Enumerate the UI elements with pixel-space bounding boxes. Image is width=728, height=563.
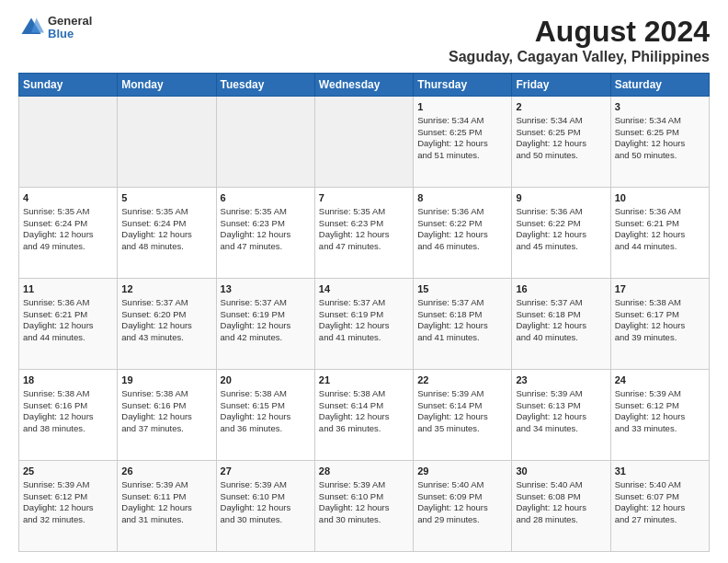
- cell-info: Daylight: 12 hours: [516, 411, 606, 423]
- day-number: 6: [221, 191, 311, 205]
- cell-info: Sunrise: 5:38 AM: [221, 388, 311, 400]
- calendar-cell: 20Sunrise: 5:38 AMSunset: 6:15 PMDayligh…: [216, 370, 314, 461]
- calendar-cell: 8Sunrise: 5:36 AMSunset: 6:22 PMDaylight…: [414, 188, 512, 279]
- cell-info: and 44 minutes.: [23, 332, 113, 344]
- cell-info: Daylight: 12 hours: [417, 138, 507, 150]
- day-number: 21: [319, 373, 409, 387]
- cell-info: Daylight: 12 hours: [121, 502, 211, 514]
- day-number: 9: [516, 191, 606, 205]
- calendar-cell: 31Sunrise: 5:40 AMSunset: 6:07 PMDayligh…: [610, 461, 709, 552]
- page-title: August 2024: [449, 15, 710, 49]
- calendar-cell: 25Sunrise: 5:39 AMSunset: 6:12 PMDayligh…: [19, 461, 118, 552]
- cell-info: Sunset: 6:10 PM: [221, 491, 311, 503]
- calendar-cell: 3Sunrise: 5:34 AMSunset: 6:25 PMDaylight…: [610, 97, 709, 188]
- cell-info: Sunset: 6:12 PM: [615, 400, 705, 412]
- cell-info: Sunrise: 5:35 AM: [319, 206, 409, 218]
- cell-info: Sunset: 6:13 PM: [516, 400, 606, 412]
- header: General Blue August 2024 Saguday, Cagaya…: [18, 15, 710, 65]
- cell-info: Sunrise: 5:40 AM: [516, 479, 606, 491]
- logo: General Blue: [18, 15, 92, 41]
- cell-info: and 37 minutes.: [121, 423, 211, 435]
- cell-info: Sunset: 6:21 PM: [615, 218, 705, 230]
- day-number: 15: [417, 282, 507, 296]
- cell-info: Sunset: 6:25 PM: [417, 127, 507, 139]
- cell-info: Daylight: 12 hours: [23, 502, 113, 514]
- cell-info: and 30 minutes.: [221, 514, 311, 526]
- calendar-day-header: Wednesday: [314, 74, 413, 97]
- calendar-cell: 11Sunrise: 5:36 AMSunset: 6:21 PMDayligh…: [19, 279, 118, 370]
- cell-info: Sunrise: 5:39 AM: [417, 388, 507, 400]
- cell-info: Daylight: 12 hours: [516, 502, 606, 514]
- cell-info: and 47 minutes.: [319, 241, 409, 253]
- day-number: 13: [221, 282, 311, 296]
- cell-info: Sunset: 6:18 PM: [516, 309, 606, 321]
- cell-info: Sunset: 6:16 PM: [23, 400, 113, 412]
- cell-info: Sunrise: 5:36 AM: [417, 206, 507, 218]
- calendar-cell: 4Sunrise: 5:35 AMSunset: 6:24 PMDaylight…: [19, 188, 118, 279]
- page-subtitle: Saguday, Cagayan Valley, Philippines: [449, 49, 710, 65]
- logo-text: General Blue: [48, 15, 92, 41]
- cell-info: and 31 minutes.: [121, 514, 211, 526]
- cell-info: Daylight: 12 hours: [121, 320, 211, 332]
- cell-info: and 28 minutes.: [516, 514, 606, 526]
- cell-info: Sunrise: 5:35 AM: [23, 206, 113, 218]
- cell-info: Sunrise: 5:39 AM: [23, 479, 113, 491]
- cell-info: Sunrise: 5:40 AM: [615, 479, 705, 491]
- title-block: August 2024 Saguday, Cagayan Valley, Phi…: [449, 15, 710, 65]
- cell-info: Sunset: 6:24 PM: [121, 218, 211, 230]
- cell-info: Daylight: 12 hours: [221, 411, 311, 423]
- cell-info: Daylight: 12 hours: [319, 229, 409, 241]
- cell-info: Daylight: 12 hours: [121, 229, 211, 241]
- cell-info: Sunset: 6:11 PM: [121, 491, 211, 503]
- calendar-cell: [118, 97, 216, 188]
- cell-info: Sunrise: 5:39 AM: [516, 388, 606, 400]
- cell-info: Sunrise: 5:37 AM: [221, 297, 311, 309]
- cell-info: Sunrise: 5:38 AM: [319, 388, 409, 400]
- cell-info: Daylight: 12 hours: [417, 411, 507, 423]
- cell-info: Sunset: 6:14 PM: [417, 400, 507, 412]
- cell-info: and 44 minutes.: [615, 241, 705, 253]
- cell-info: Sunrise: 5:37 AM: [516, 297, 606, 309]
- cell-info: Sunset: 6:12 PM: [23, 491, 113, 503]
- cell-info: and 49 minutes.: [23, 241, 113, 253]
- calendar-cell: 16Sunrise: 5:37 AMSunset: 6:18 PMDayligh…: [512, 279, 610, 370]
- cell-info: Sunrise: 5:38 AM: [23, 388, 113, 400]
- day-number: 23: [516, 373, 606, 387]
- cell-info: Sunrise: 5:34 AM: [615, 115, 705, 127]
- calendar-cell: 19Sunrise: 5:38 AMSunset: 6:16 PMDayligh…: [118, 370, 216, 461]
- cell-info: Sunrise: 5:36 AM: [23, 297, 113, 309]
- logo-line2: Blue: [48, 28, 92, 40]
- cell-info: and 30 minutes.: [319, 514, 409, 526]
- calendar-cell: 26Sunrise: 5:39 AMSunset: 6:11 PMDayligh…: [118, 461, 216, 552]
- cell-info: Sunrise: 5:35 AM: [221, 206, 311, 218]
- calendar-cell: 18Sunrise: 5:38 AMSunset: 6:16 PMDayligh…: [19, 370, 118, 461]
- cell-info: Sunset: 6:18 PM: [417, 309, 507, 321]
- cell-info: Sunset: 6:23 PM: [221, 218, 311, 230]
- calendar-cell: 15Sunrise: 5:37 AMSunset: 6:18 PMDayligh…: [414, 279, 512, 370]
- cell-info: Sunset: 6:15 PM: [221, 400, 311, 412]
- cell-info: Sunrise: 5:37 AM: [417, 297, 507, 309]
- cell-info: Daylight: 12 hours: [121, 411, 211, 423]
- day-number: 10: [615, 191, 705, 205]
- cell-info: and 36 minutes.: [221, 423, 311, 435]
- cell-info: Daylight: 12 hours: [417, 229, 507, 241]
- calendar-cell: 10Sunrise: 5:36 AMSunset: 6:21 PMDayligh…: [610, 188, 709, 279]
- calendar-cell: 7Sunrise: 5:35 AMSunset: 6:23 PMDaylight…: [314, 188, 413, 279]
- cell-info: Daylight: 12 hours: [516, 229, 606, 241]
- calendar-cell: 9Sunrise: 5:36 AMSunset: 6:22 PMDaylight…: [512, 188, 610, 279]
- day-number: 8: [417, 191, 507, 205]
- cell-info: Sunset: 6:17 PM: [615, 309, 705, 321]
- day-number: 27: [221, 465, 311, 478]
- cell-info: Daylight: 12 hours: [23, 229, 113, 241]
- cell-info: Daylight: 12 hours: [615, 502, 705, 514]
- cell-info: Daylight: 12 hours: [221, 229, 311, 241]
- cell-info: Sunset: 6:14 PM: [319, 400, 409, 412]
- calendar-day-header: Saturday: [610, 74, 709, 97]
- cell-info: Sunset: 6:25 PM: [516, 127, 606, 139]
- cell-info: Sunset: 6:19 PM: [221, 309, 311, 321]
- calendar-cell: 1Sunrise: 5:34 AMSunset: 6:25 PMDaylight…: [414, 97, 512, 188]
- cell-info: Sunset: 6:20 PM: [121, 309, 211, 321]
- cell-info: Sunrise: 5:34 AM: [516, 115, 606, 127]
- cell-info: and 38 minutes.: [23, 423, 113, 435]
- calendar-table: SundayMondayTuesdayWednesdayThursdayFrid…: [18, 73, 710, 552]
